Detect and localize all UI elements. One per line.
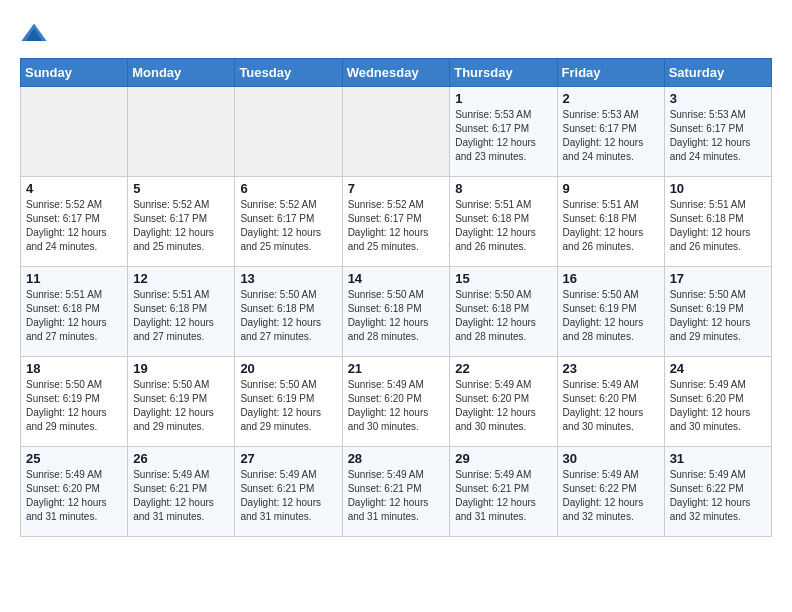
day-number: 22 [455, 361, 551, 376]
day-number: 14 [348, 271, 445, 286]
day-info: Sunrise: 5:52 AM Sunset: 6:17 PM Dayligh… [133, 198, 229, 254]
weekday-header: Friday [557, 59, 664, 87]
day-info: Sunrise: 5:49 AM Sunset: 6:20 PM Dayligh… [670, 378, 766, 434]
day-number: 2 [563, 91, 659, 106]
calendar-cell: 5Sunrise: 5:52 AM Sunset: 6:17 PM Daylig… [128, 177, 235, 267]
day-info: Sunrise: 5:51 AM Sunset: 6:18 PM Dayligh… [26, 288, 122, 344]
day-number: 27 [240, 451, 336, 466]
day-info: Sunrise: 5:50 AM Sunset: 6:19 PM Dayligh… [26, 378, 122, 434]
day-info: Sunrise: 5:49 AM Sunset: 6:20 PM Dayligh… [563, 378, 659, 434]
weekday-header: Thursday [450, 59, 557, 87]
day-info: Sunrise: 5:52 AM Sunset: 6:17 PM Dayligh… [26, 198, 122, 254]
calendar-cell: 28Sunrise: 5:49 AM Sunset: 6:21 PM Dayli… [342, 447, 450, 537]
calendar-cell: 27Sunrise: 5:49 AM Sunset: 6:21 PM Dayli… [235, 447, 342, 537]
calendar-week-row: 4Sunrise: 5:52 AM Sunset: 6:17 PM Daylig… [21, 177, 772, 267]
calendar-cell: 25Sunrise: 5:49 AM Sunset: 6:20 PM Dayli… [21, 447, 128, 537]
day-info: Sunrise: 5:50 AM Sunset: 6:19 PM Dayligh… [240, 378, 336, 434]
day-info: Sunrise: 5:50 AM Sunset: 6:18 PM Dayligh… [240, 288, 336, 344]
day-number: 19 [133, 361, 229, 376]
day-number: 31 [670, 451, 766, 466]
calendar-cell: 17Sunrise: 5:50 AM Sunset: 6:19 PM Dayli… [664, 267, 771, 357]
day-number: 12 [133, 271, 229, 286]
day-info: Sunrise: 5:51 AM Sunset: 6:18 PM Dayligh… [133, 288, 229, 344]
calendar-cell: 21Sunrise: 5:49 AM Sunset: 6:20 PM Dayli… [342, 357, 450, 447]
calendar-cell: 19Sunrise: 5:50 AM Sunset: 6:19 PM Dayli… [128, 357, 235, 447]
day-info: Sunrise: 5:53 AM Sunset: 6:17 PM Dayligh… [455, 108, 551, 164]
day-info: Sunrise: 5:52 AM Sunset: 6:17 PM Dayligh… [240, 198, 336, 254]
day-number: 24 [670, 361, 766, 376]
day-info: Sunrise: 5:49 AM Sunset: 6:21 PM Dayligh… [240, 468, 336, 524]
day-info: Sunrise: 5:49 AM Sunset: 6:21 PM Dayligh… [348, 468, 445, 524]
day-info: Sunrise: 5:53 AM Sunset: 6:17 PM Dayligh… [670, 108, 766, 164]
calendar-cell: 14Sunrise: 5:50 AM Sunset: 6:18 PM Dayli… [342, 267, 450, 357]
day-info: Sunrise: 5:49 AM Sunset: 6:20 PM Dayligh… [26, 468, 122, 524]
calendar-week-row: 1Sunrise: 5:53 AM Sunset: 6:17 PM Daylig… [21, 87, 772, 177]
day-info: Sunrise: 5:49 AM Sunset: 6:22 PM Dayligh… [563, 468, 659, 524]
logo-icon [20, 20, 48, 48]
calendar-cell: 15Sunrise: 5:50 AM Sunset: 6:18 PM Dayli… [450, 267, 557, 357]
day-number: 21 [348, 361, 445, 376]
calendar-cell: 22Sunrise: 5:49 AM Sunset: 6:20 PM Dayli… [450, 357, 557, 447]
day-number: 10 [670, 181, 766, 196]
calendar-cell: 8Sunrise: 5:51 AM Sunset: 6:18 PM Daylig… [450, 177, 557, 267]
calendar-cell: 6Sunrise: 5:52 AM Sunset: 6:17 PM Daylig… [235, 177, 342, 267]
calendar-cell: 7Sunrise: 5:52 AM Sunset: 6:17 PM Daylig… [342, 177, 450, 267]
day-number: 8 [455, 181, 551, 196]
day-info: Sunrise: 5:52 AM Sunset: 6:17 PM Dayligh… [348, 198, 445, 254]
day-number: 5 [133, 181, 229, 196]
day-number: 9 [563, 181, 659, 196]
calendar-cell: 29Sunrise: 5:49 AM Sunset: 6:21 PM Dayli… [450, 447, 557, 537]
day-number: 16 [563, 271, 659, 286]
day-info: Sunrise: 5:50 AM Sunset: 6:19 PM Dayligh… [563, 288, 659, 344]
calendar-cell: 23Sunrise: 5:49 AM Sunset: 6:20 PM Dayli… [557, 357, 664, 447]
day-info: Sunrise: 5:50 AM Sunset: 6:18 PM Dayligh… [455, 288, 551, 344]
day-info: Sunrise: 5:49 AM Sunset: 6:20 PM Dayligh… [455, 378, 551, 434]
day-info: Sunrise: 5:50 AM Sunset: 6:18 PM Dayligh… [348, 288, 445, 344]
calendar-cell: 30Sunrise: 5:49 AM Sunset: 6:22 PM Dayli… [557, 447, 664, 537]
day-number: 11 [26, 271, 122, 286]
day-number: 29 [455, 451, 551, 466]
calendar-cell: 9Sunrise: 5:51 AM Sunset: 6:18 PM Daylig… [557, 177, 664, 267]
calendar-table: SundayMondayTuesdayWednesdayThursdayFrid… [20, 58, 772, 537]
weekday-header: Saturday [664, 59, 771, 87]
calendar-cell: 10Sunrise: 5:51 AM Sunset: 6:18 PM Dayli… [664, 177, 771, 267]
day-number: 4 [26, 181, 122, 196]
day-number: 3 [670, 91, 766, 106]
day-number: 23 [563, 361, 659, 376]
calendar-cell: 4Sunrise: 5:52 AM Sunset: 6:17 PM Daylig… [21, 177, 128, 267]
day-info: Sunrise: 5:49 AM Sunset: 6:21 PM Dayligh… [133, 468, 229, 524]
calendar-cell [21, 87, 128, 177]
day-number: 25 [26, 451, 122, 466]
day-info: Sunrise: 5:53 AM Sunset: 6:17 PM Dayligh… [563, 108, 659, 164]
weekday-header: Wednesday [342, 59, 450, 87]
calendar-cell [342, 87, 450, 177]
calendar-cell: 11Sunrise: 5:51 AM Sunset: 6:18 PM Dayli… [21, 267, 128, 357]
day-number: 6 [240, 181, 336, 196]
day-info: Sunrise: 5:51 AM Sunset: 6:18 PM Dayligh… [670, 198, 766, 254]
calendar-cell: 2Sunrise: 5:53 AM Sunset: 6:17 PM Daylig… [557, 87, 664, 177]
day-info: Sunrise: 5:49 AM Sunset: 6:22 PM Dayligh… [670, 468, 766, 524]
weekday-header: Tuesday [235, 59, 342, 87]
day-number: 26 [133, 451, 229, 466]
day-number: 15 [455, 271, 551, 286]
calendar-cell: 3Sunrise: 5:53 AM Sunset: 6:17 PM Daylig… [664, 87, 771, 177]
calendar-cell: 13Sunrise: 5:50 AM Sunset: 6:18 PM Dayli… [235, 267, 342, 357]
calendar-cell: 26Sunrise: 5:49 AM Sunset: 6:21 PM Dayli… [128, 447, 235, 537]
day-number: 18 [26, 361, 122, 376]
day-info: Sunrise: 5:50 AM Sunset: 6:19 PM Dayligh… [670, 288, 766, 344]
day-info: Sunrise: 5:49 AM Sunset: 6:21 PM Dayligh… [455, 468, 551, 524]
day-number: 1 [455, 91, 551, 106]
calendar-cell [128, 87, 235, 177]
day-info: Sunrise: 5:51 AM Sunset: 6:18 PM Dayligh… [563, 198, 659, 254]
weekday-header: Monday [128, 59, 235, 87]
calendar-week-row: 18Sunrise: 5:50 AM Sunset: 6:19 PM Dayli… [21, 357, 772, 447]
day-info: Sunrise: 5:50 AM Sunset: 6:19 PM Dayligh… [133, 378, 229, 434]
day-number: 17 [670, 271, 766, 286]
calendar-cell: 18Sunrise: 5:50 AM Sunset: 6:19 PM Dayli… [21, 357, 128, 447]
day-number: 20 [240, 361, 336, 376]
calendar-cell: 1Sunrise: 5:53 AM Sunset: 6:17 PM Daylig… [450, 87, 557, 177]
day-number: 7 [348, 181, 445, 196]
calendar-cell [235, 87, 342, 177]
calendar-cell: 31Sunrise: 5:49 AM Sunset: 6:22 PM Dayli… [664, 447, 771, 537]
day-number: 30 [563, 451, 659, 466]
